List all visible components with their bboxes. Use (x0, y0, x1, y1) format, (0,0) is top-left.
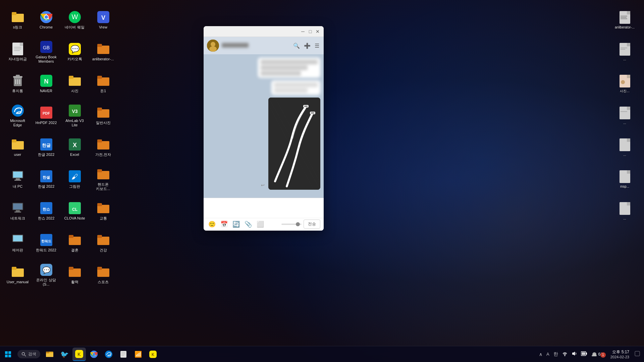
svg-rect-91 (621, 48, 627, 48)
minimize-button[interactable]: ─ (300, 28, 306, 35)
svg-rect-104 (627, 202, 630, 205)
icon-right-6[interactable]: msp... (612, 164, 637, 194)
taskbar-bird[interactable]: 🐦 (58, 348, 71, 361)
hnsho-icon: 한쇼 (40, 201, 53, 215)
svg-rect-86 (621, 16, 627, 16)
attachment-button[interactable]: 📎 (243, 220, 253, 229)
emoji-button[interactable]: 🙂 (207, 220, 217, 229)
menu-button[interactable]: ☰ (314, 42, 320, 50)
icon-right-1[interactable]: anliberator-... (612, 5, 637, 35)
icon-user[interactable]: user (5, 132, 30, 163)
icon-network[interactable]: 네트워크 (5, 196, 30, 226)
send-button[interactable]: 전송 (304, 220, 320, 229)
icon-kakao[interactable]: 💬 카카오톡 (62, 37, 87, 67)
taskbar-memo[interactable] (117, 348, 130, 361)
icon-paint[interactable]: 🖌 그림판 (62, 164, 87, 194)
tray-volume[interactable] (570, 350, 578, 359)
clock-area[interactable]: 오후 5:17 2024-02-23 (608, 349, 632, 359)
taskbar-kakao[interactable]: K (72, 348, 86, 361)
taskbar-chrome[interactable] (87, 348, 101, 361)
icon-label: 핸드폰 키보드... (92, 182, 114, 191)
weather-widget[interactable]: 1 6°C (590, 351, 606, 358)
icon-online-chat[interactable]: 💬 온라인 상담(S... (34, 260, 59, 290)
hnpdf-icon: PDF (40, 106, 53, 119)
add-member-button[interactable]: ➕ (303, 42, 312, 50)
icon-normal-photos[interactable]: 일반사진 (91, 101, 116, 131)
taskbar-edge[interactable] (102, 348, 115, 361)
icon-sports[interactable]: 스포츠 (91, 260, 116, 290)
svg-rect-20 (97, 44, 102, 47)
icon-activity[interactable]: 활력 (62, 260, 87, 290)
clock-button[interactable]: 🔄 (231, 220, 241, 229)
icon-tissue[interactable]: 휴지통 (5, 69, 30, 99)
icon-excel[interactable]: X Excel (62, 132, 87, 163)
icon-ahnlab[interactable]: V3 AhnLab V3 Lite (62, 101, 87, 131)
icon-money1[interactable]: 돈1 (91, 69, 116, 99)
icon-edge[interactable]: Microsoft Edge (5, 101, 30, 131)
chat-input-field[interactable] (207, 200, 320, 210)
chrome-icon (40, 10, 53, 24)
icon-anliberator[interactable]: anliberator-... (91, 37, 116, 67)
icon-hwrd[interactable]: 한워드 한워드 2022 (34, 228, 59, 258)
icon-usermanual[interactable]: User_manual (5, 260, 30, 290)
icon-electronics[interactable]: 가전,전자 (91, 132, 116, 163)
tray-korean[interactable]: 한 (552, 350, 559, 359)
icon-hnpdf[interactable]: PDF HnPDF 2022 (34, 101, 59, 131)
icon-transport[interactable]: 교통 (91, 196, 116, 226)
crop-button[interactable]: ⬜ (255, 220, 265, 229)
image-container: ↩ (268, 98, 320, 190)
icon-galaxy[interactable]: GB Galaxy Book Members (34, 37, 59, 67)
icon-right-2[interactable]: ... (612, 37, 637, 67)
start-button[interactable] (0, 346, 16, 362)
maximize-button[interactable]: □ (307, 28, 314, 35)
taskbar-search[interactable]: 검색 (17, 350, 40, 358)
folder-icon (11, 138, 24, 151)
folder-icon (97, 138, 110, 151)
icon-naver-whale[interactable]: W 네이버 웨일 (62, 5, 87, 35)
icon-control[interactable]: 제어판 (5, 228, 30, 258)
icon-mypc[interactable]: 내 PC (5, 164, 30, 194)
search-chat-button[interactable]: 🔍 (292, 42, 301, 50)
svg-rect-30 (69, 76, 73, 79)
tray-font[interactable]: A (545, 350, 551, 358)
kakao-icon: 💬 (68, 42, 82, 56)
doc-icon (11, 42, 24, 56)
icon-label: Microsoft Edge (7, 119, 29, 127)
chat-messages[interactable]: ↩ (204, 54, 324, 198)
icon-right-3[interactable]: 사진... (612, 69, 637, 99)
svg-rect-41 (12, 139, 16, 142)
message-group-1 (207, 58, 320, 78)
icon-label: 네트워크 (10, 216, 25, 221)
tray-battery[interactable] (580, 350, 588, 359)
icon-clova[interactable]: CL CLOVA Note (62, 196, 87, 226)
icon-s-link[interactable]: s링크 (5, 5, 30, 35)
icon-right-7[interactable]: ... (612, 196, 637, 226)
taskbar-wifi-app[interactable]: 📶 (131, 348, 145, 361)
icon-hnsho[interactable]: 한쇼 한쇼 2022 (34, 196, 59, 226)
icon-wedding[interactable]: 결혼 (62, 228, 87, 258)
icon-right-5[interactable]: ... (612, 132, 637, 163)
calendar-button[interactable]: 📅 (219, 220, 229, 229)
icon-naver-app[interactable]: N NAVER (34, 69, 59, 99)
reply-icon[interactable]: ↩ (261, 183, 265, 188)
taskbar-explorer[interactable] (43, 348, 56, 361)
taskbar-kakao2[interactable]: K (146, 348, 160, 361)
icon-chrome[interactable]: Chrome (34, 5, 59, 35)
tray-wifi[interactable] (561, 350, 569, 359)
close-button[interactable]: ✕ (314, 28, 321, 35)
icon-right-4[interactable]: ... (612, 101, 637, 131)
icon-vrew[interactable]: V Vrew (91, 5, 116, 35)
weather-icon (591, 351, 598, 358)
volume-slider[interactable] (281, 224, 302, 225)
icon-photos[interactable]: 사진 (62, 69, 87, 99)
svg-rect-75 (97, 235, 102, 238)
icon-health[interactable]: 건강 (91, 228, 116, 258)
icon-hnxell[interactable]: 한셀 한셀 2022 (34, 164, 59, 194)
tray-notification[interactable] (633, 350, 641, 359)
icon-hwp2022[interactable]: 한글 한글 2022 (34, 132, 59, 163)
tray-expand[interactable]: ∧ (538, 350, 544, 358)
icon-exercise[interactable]: 핸드폰 키보드... (91, 164, 116, 194)
svg-text:V: V (101, 14, 105, 21)
taskbar-apps: 🐦 K (43, 348, 160, 361)
icon-janyeo[interactable]: 자녀장려금 (5, 37, 30, 67)
